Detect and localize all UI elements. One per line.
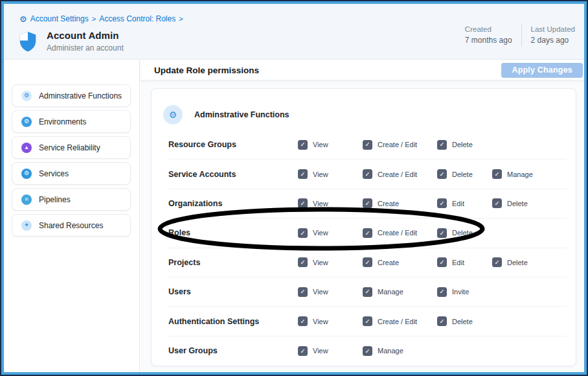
checkbox-edit[interactable]: ✓ Edit	[437, 198, 492, 208]
checkbox-create-edit[interactable]: ✓ Create / Edit	[363, 140, 437, 150]
breadcrumb: ⚙ Account Settings > Access Control: Rol…	[19, 14, 183, 23]
checkbox-view[interactable]: ✓ View	[298, 228, 363, 238]
checkbox-create-edit[interactable]: ✓ Create / Edit	[363, 316, 437, 326]
environments-icon: ⚙	[21, 117, 32, 127]
checkbox-manage[interactable]: ✓ Manage	[492, 169, 567, 179]
checkbox-view[interactable]: ✓ View	[298, 346, 363, 356]
apply-changes-button[interactable]: Apply Changes	[501, 63, 583, 78]
checkbox-icon[interactable]: ✓	[437, 316, 447, 326]
toolbar-title: Update Role permissions	[154, 65, 259, 75]
permission-row-user-groups: User Groups ✓ View ✓ Manage	[168, 336, 567, 366]
checkbox-icon[interactable]: ✓	[437, 140, 447, 150]
checkbox-icon[interactable]: ✓	[363, 316, 372, 326]
created-value: 7 months ago	[465, 36, 512, 45]
permissions-toolbar: Update Role permissions Apply Changes	[141, 60, 584, 80]
gear-icon: ⚙	[163, 105, 183, 124]
checkbox-manage[interactable]: ✓ Manage	[363, 346, 437, 356]
role-title-block: Account Admin Administer an account	[18, 30, 124, 53]
body-area: ⚙ Adminstrative Functions ⚙ Environments…	[4, 60, 584, 372]
checkbox-create-edit[interactable]: ✓ Create / Edit	[363, 169, 437, 179]
checkbox-icon[interactable]: ✓	[437, 257, 447, 267]
checkbox-icon[interactable]: ✓	[298, 228, 308, 238]
checkbox-icon[interactable]: ✓	[363, 198, 372, 208]
created-meta: Created 7 months ago	[465, 25, 512, 45]
checkbox-icon[interactable]: ✓	[363, 257, 372, 267]
checkbox-view[interactable]: ✓ View	[298, 169, 363, 179]
pipelines-icon: ≡	[21, 194, 32, 205]
checkbox-create[interactable]: ✓ Create	[363, 257, 437, 267]
checkbox-view[interactable]: ✓ View	[298, 198, 363, 208]
checkbox-icon[interactable]: ✓	[363, 169, 372, 179]
checkbox-delete[interactable]: ✓ Delete	[437, 169, 492, 179]
checkbox-icon[interactable]: ✓	[363, 346, 372, 356]
checkbox-icon[interactable]: ✓	[298, 140, 308, 150]
checkbox-icon[interactable]: ✓	[437, 287, 447, 297]
checkbox-create[interactable]: ✓ Create	[363, 198, 437, 208]
permission-row-authentication-settings: Authentication Settings ✓ View ✓ Create …	[168, 307, 567, 336]
role-meta: Created 7 months ago Last Updated 2 days…	[465, 23, 575, 47]
checkbox-delete[interactable]: ✓ Delete	[492, 198, 567, 208]
permissions-card: ⚙ Adminstrative Functions Resource Group…	[151, 88, 576, 366]
checkbox-icon[interactable]: ✓	[298, 198, 308, 208]
sidebar-item-service-reliability[interactable]: ▲ Service Reliability	[12, 136, 131, 159]
permission-row-service-accounts: Service Accounts ✓ View ✓ Create / Edit …	[168, 159, 567, 189]
last-updated-label: Last Updated	[531, 25, 575, 33]
checkbox-create-edit[interactable]: ✓ Create / Edit	[363, 228, 437, 238]
permission-row-resource-groups: Resource Groups ✓ View ✓ Create / Edit ✓…	[168, 130, 567, 159]
checkbox-icon[interactable]: ✓	[492, 198, 502, 208]
checkbox-icon[interactable]: ✓	[298, 257, 308, 267]
checkbox-icon[interactable]: ✓	[298, 287, 308, 297]
checkbox-icon[interactable]: ✓	[363, 287, 372, 297]
shield-icon	[18, 31, 38, 52]
sidebar-item-services[interactable]: ⚙ Services	[12, 162, 131, 185]
checkbox-view[interactable]: ✓ View	[298, 257, 363, 267]
sidebar-item-environments[interactable]: ⚙ Environments	[12, 110, 131, 133]
breadcrumb-separator: >	[92, 15, 96, 23]
breadcrumb-account-settings[interactable]: Account Settings	[30, 14, 89, 23]
gear-icon: ⚙	[19, 15, 27, 23]
checkbox-icon[interactable]: ✓	[363, 228, 372, 238]
checkbox-view[interactable]: ✓ View	[298, 140, 363, 150]
permission-row-users: Users ✓ View ✓ Manage ✓ Invite	[168, 277, 567, 307]
services-icon: ⚙	[21, 169, 32, 179]
page-header: ⚙ Account Settings > Access Control: Rol…	[4, 4, 584, 60]
checkbox-manage[interactable]: ✓ Manage	[363, 287, 437, 297]
page-subtitle: Administer an account	[47, 43, 124, 53]
sidebar-item-shared-resources[interactable]: ✦ Shared Resources	[12, 214, 131, 237]
checkbox-icon[interactable]: ✓	[437, 169, 447, 179]
checkbox-view[interactable]: ✓ View	[298, 287, 363, 297]
app-window: ⚙ Account Settings > Access Control: Rol…	[0, 0, 588, 376]
page-title: Account Admin	[47, 30, 124, 41]
checkbox-icon[interactable]: ✓	[298, 169, 308, 179]
breadcrumb-separator: >	[179, 15, 183, 23]
resource-category-sidebar: ⚙ Adminstrative Functions ⚙ Environments…	[4, 60, 140, 372]
service-reliability-icon: ▲	[21, 143, 32, 153]
breadcrumb-access-control-roles[interactable]: Access Control: Roles	[99, 14, 175, 23]
checkbox-icon[interactable]: ✓	[298, 346, 308, 356]
section-header: ⚙ Adminstrative Functions	[152, 89, 576, 130]
checkbox-edit[interactable]: ✓ Edit	[437, 257, 492, 267]
last-updated-meta: Last Updated 2 days ago	[531, 25, 575, 45]
checkbox-delete[interactable]: ✓ Delete	[437, 316, 492, 326]
checkbox-icon[interactable]: ✓	[437, 198, 447, 208]
sidebar-item-pipelines[interactable]: ≡ Pipelines	[12, 188, 131, 211]
checkbox-icon[interactable]: ✓	[298, 316, 308, 326]
checkbox-view[interactable]: ✓ View	[298, 316, 363, 326]
permission-row-organizations: Organizations ✓ View ✓ Create ✓ Edit ✓	[168, 189, 567, 218]
created-label: Created	[465, 25, 512, 33]
section-label: Adminstrative Functions	[194, 110, 289, 119]
gear-icon: ⚙	[21, 91, 32, 101]
checkbox-delete[interactable]: ✓ Delete	[437, 140, 492, 150]
shared-resources-icon: ✦	[21, 220, 32, 231]
permission-row-roles: Roles ✓ View ✓ Create / Edit ✓ Delete	[168, 218, 567, 248]
sidebar-item-adminstrative-functions[interactable]: ⚙ Adminstrative Functions	[12, 84, 131, 107]
checkbox-icon[interactable]: ✓	[437, 228, 447, 238]
checkbox-invite[interactable]: ✓ Invite	[437, 287, 492, 297]
permissions-main: Update Role permissions Apply Changes ⚙ …	[141, 60, 584, 372]
checkbox-delete[interactable]: ✓ Delete	[437, 228, 492, 238]
checkbox-icon[interactable]: ✓	[363, 140, 372, 150]
checkbox-delete[interactable]: ✓ Delete	[492, 257, 567, 267]
permission-row-projects: Projects ✓ View ✓ Create ✓ Edit ✓	[168, 248, 567, 277]
checkbox-icon[interactable]: ✓	[492, 169, 502, 179]
checkbox-icon[interactable]: ✓	[492, 257, 502, 267]
